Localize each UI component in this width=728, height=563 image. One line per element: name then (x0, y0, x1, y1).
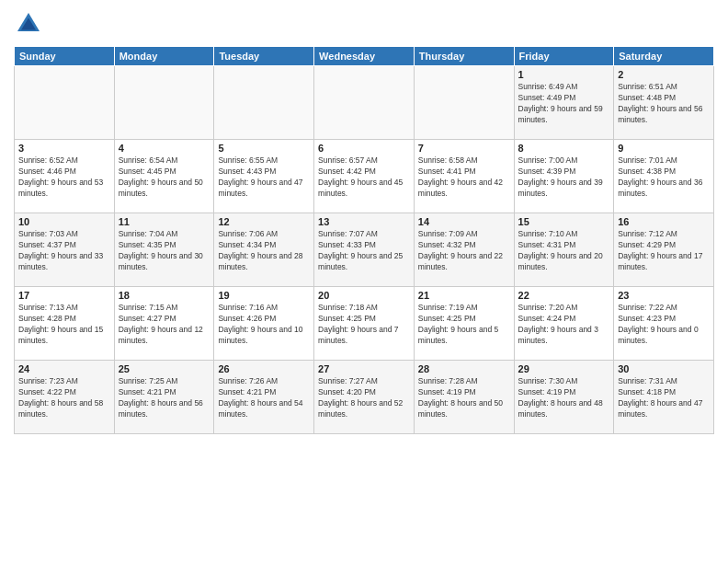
day-cell: 9Sunrise: 7:01 AM Sunset: 4:38 PM Daylig… (614, 140, 714, 213)
day-cell: 17Sunrise: 7:13 AM Sunset: 4:28 PM Dayli… (15, 287, 115, 361)
day-info: Sunrise: 6:57 AM Sunset: 4:42 PM Dayligh… (318, 155, 410, 200)
day-number: 25 (119, 363, 210, 374)
day-number: 14 (418, 216, 510, 227)
day-cell (15, 66, 115, 140)
day-number: 26 (218, 363, 310, 374)
day-number: 9 (618, 143, 710, 154)
day-cell (314, 66, 415, 140)
day-info: Sunrise: 7:03 AM Sunset: 4:37 PM Dayligh… (18, 229, 110, 273)
day-info: Sunrise: 6:51 AM Sunset: 4:48 PM Dayligh… (618, 82, 710, 126)
day-number: 18 (119, 290, 210, 301)
calendar-table: SundayMondayTuesdayWednesdayThursdayFrid… (14, 46, 714, 434)
day-info: Sunrise: 7:09 AM Sunset: 4:32 PM Dayligh… (418, 229, 510, 273)
day-number: 5 (218, 143, 310, 154)
day-number: 21 (418, 290, 510, 301)
header-cell-friday: Friday (514, 47, 614, 66)
day-number: 10 (18, 216, 110, 227)
day-info: Sunrise: 7:16 AM Sunset: 4:26 PM Dayligh… (218, 303, 310, 347)
day-number: 29 (518, 363, 610, 374)
logo (14, 9, 47, 39)
day-cell: 19Sunrise: 7:16 AM Sunset: 4:26 PM Dayli… (214, 287, 314, 361)
week-row-4: 17Sunrise: 7:13 AM Sunset: 4:28 PM Dayli… (15, 287, 714, 361)
day-number: 27 (318, 363, 410, 374)
day-cell: 25Sunrise: 7:25 AM Sunset: 4:21 PM Dayli… (114, 361, 214, 434)
day-info: Sunrise: 7:01 AM Sunset: 4:38 PM Dayligh… (618, 155, 710, 200)
day-cell: 3Sunrise: 6:52 AM Sunset: 4:46 PM Daylig… (15, 140, 115, 213)
day-cell: 13Sunrise: 7:07 AM Sunset: 4:33 PM Dayli… (314, 213, 415, 287)
day-cell: 2Sunrise: 6:51 AM Sunset: 4:48 PM Daylig… (614, 66, 714, 140)
day-cell: 30Sunrise: 7:31 AM Sunset: 4:18 PM Dayli… (614, 361, 714, 434)
header-cell-tuesday: Tuesday (214, 47, 314, 66)
day-info: Sunrise: 7:28 AM Sunset: 4:19 PM Dayligh… (418, 376, 510, 420)
day-cell: 20Sunrise: 7:18 AM Sunset: 4:25 PM Dayli… (314, 287, 415, 361)
week-row-5: 24Sunrise: 7:23 AM Sunset: 4:22 PM Dayli… (15, 361, 714, 434)
day-number: 20 (318, 290, 410, 301)
day-info: Sunrise: 7:26 AM Sunset: 4:21 PM Dayligh… (218, 376, 310, 420)
day-number: 15 (518, 216, 610, 227)
day-info: Sunrise: 7:27 AM Sunset: 4:20 PM Dayligh… (318, 376, 410, 420)
day-info: Sunrise: 7:12 AM Sunset: 4:29 PM Dayligh… (618, 229, 710, 273)
day-info: Sunrise: 7:23 AM Sunset: 4:22 PM Dayligh… (18, 376, 110, 420)
day-info: Sunrise: 7:07 AM Sunset: 4:33 PM Dayligh… (318, 229, 410, 273)
page-container: SundayMondayTuesdayWednesdayThursdayFrid… (0, 0, 728, 439)
header-cell-wednesday: Wednesday (314, 47, 415, 66)
day-info: Sunrise: 7:04 AM Sunset: 4:35 PM Dayligh… (119, 229, 210, 273)
day-cell: 7Sunrise: 6:58 AM Sunset: 4:41 PM Daylig… (414, 140, 514, 213)
calendar-header: SundayMondayTuesdayWednesdayThursdayFrid… (15, 47, 714, 66)
day-number: 23 (618, 290, 710, 301)
day-cell (214, 66, 314, 140)
day-info: Sunrise: 7:06 AM Sunset: 4:34 PM Dayligh… (218, 229, 310, 273)
day-number: 24 (18, 363, 110, 374)
day-info: Sunrise: 7:31 AM Sunset: 4:18 PM Dayligh… (618, 376, 710, 420)
day-number: 12 (218, 216, 310, 227)
day-cell: 5Sunrise: 6:55 AM Sunset: 4:43 PM Daylig… (214, 140, 314, 213)
day-number: 7 (418, 143, 510, 154)
day-number: 8 (518, 143, 610, 154)
day-info: Sunrise: 7:15 AM Sunset: 4:27 PM Dayligh… (119, 303, 210, 347)
day-info: Sunrise: 7:22 AM Sunset: 4:23 PM Dayligh… (618, 303, 710, 347)
day-number: 1 (518, 69, 610, 80)
day-cell (414, 66, 514, 140)
day-info: Sunrise: 7:20 AM Sunset: 4:24 PM Dayligh… (518, 303, 610, 347)
day-cell: 27Sunrise: 7:27 AM Sunset: 4:20 PM Dayli… (314, 361, 415, 434)
day-cell: 11Sunrise: 7:04 AM Sunset: 4:35 PM Dayli… (114, 213, 214, 287)
day-info: Sunrise: 6:52 AM Sunset: 4:46 PM Dayligh… (18, 155, 110, 200)
day-cell: 6Sunrise: 6:57 AM Sunset: 4:42 PM Daylig… (314, 140, 415, 213)
day-number: 28 (418, 363, 510, 374)
week-row-3: 10Sunrise: 7:03 AM Sunset: 4:37 PM Dayli… (15, 213, 714, 287)
page-header (14, 9, 714, 39)
day-number: 22 (518, 290, 610, 301)
day-cell: 22Sunrise: 7:20 AM Sunset: 4:24 PM Dayli… (514, 287, 614, 361)
day-cell: 15Sunrise: 7:10 AM Sunset: 4:31 PM Dayli… (514, 213, 614, 287)
day-number: 13 (318, 216, 410, 227)
day-cell: 16Sunrise: 7:12 AM Sunset: 4:29 PM Dayli… (614, 213, 714, 287)
day-cell: 21Sunrise: 7:19 AM Sunset: 4:25 PM Dayli… (414, 287, 514, 361)
header-cell-monday: Monday (114, 47, 214, 66)
day-info: Sunrise: 7:19 AM Sunset: 4:25 PM Dayligh… (418, 303, 510, 347)
day-cell: 8Sunrise: 7:00 AM Sunset: 4:39 PM Daylig… (514, 140, 614, 213)
day-number: 2 (618, 69, 710, 80)
day-info: Sunrise: 7:13 AM Sunset: 4:28 PM Dayligh… (18, 303, 110, 347)
day-info: Sunrise: 6:54 AM Sunset: 4:45 PM Dayligh… (119, 155, 210, 200)
day-info: Sunrise: 7:10 AM Sunset: 4:31 PM Dayligh… (518, 229, 610, 273)
logo-icon (14, 9, 43, 39)
day-cell: 1Sunrise: 6:49 AM Sunset: 4:49 PM Daylig… (514, 66, 614, 140)
header-row: SundayMondayTuesdayWednesdayThursdayFrid… (15, 47, 714, 66)
week-row-2: 3Sunrise: 6:52 AM Sunset: 4:46 PM Daylig… (15, 140, 714, 213)
day-number: 30 (618, 363, 710, 374)
day-cell: 18Sunrise: 7:15 AM Sunset: 4:27 PM Dayli… (114, 287, 214, 361)
header-cell-saturday: Saturday (614, 47, 714, 66)
day-number: 16 (618, 216, 710, 227)
day-cell: 28Sunrise: 7:28 AM Sunset: 4:19 PM Dayli… (414, 361, 514, 434)
day-cell: 23Sunrise: 7:22 AM Sunset: 4:23 PM Dayli… (614, 287, 714, 361)
calendar-body: 1Sunrise: 6:49 AM Sunset: 4:49 PM Daylig… (15, 66, 714, 434)
day-number: 19 (218, 290, 310, 301)
day-cell: 24Sunrise: 7:23 AM Sunset: 4:22 PM Dayli… (15, 361, 115, 434)
day-number: 11 (119, 216, 210, 227)
day-info: Sunrise: 6:55 AM Sunset: 4:43 PM Dayligh… (218, 155, 310, 200)
day-number: 17 (18, 290, 110, 301)
day-info: Sunrise: 6:58 AM Sunset: 4:41 PM Dayligh… (418, 155, 510, 200)
day-info: Sunrise: 7:18 AM Sunset: 4:25 PM Dayligh… (318, 303, 410, 347)
day-cell (114, 66, 214, 140)
day-info: Sunrise: 7:30 AM Sunset: 4:19 PM Dayligh… (518, 376, 610, 420)
